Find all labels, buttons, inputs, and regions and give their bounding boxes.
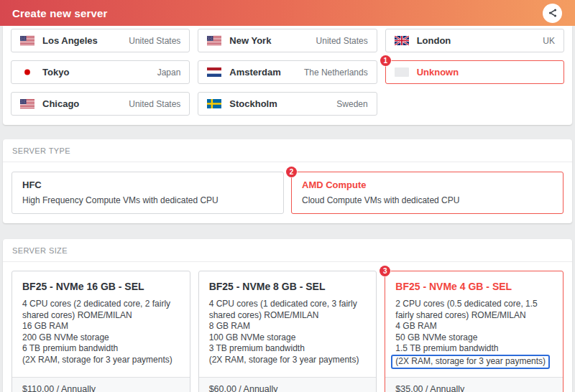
flag-jp-icon xyxy=(20,67,34,77)
location-card-chicago[interactable]: Chicago United States xyxy=(11,92,190,116)
page-header: Create new server xyxy=(0,0,575,26)
flag-uk-icon xyxy=(395,36,409,45)
location-country: UK xyxy=(543,36,555,46)
server-size-card-bf25-nvme-8-gb-sel[interactable]: BF25 - NVMe 8 GB - SEL 4 CPU cores (1 de… xyxy=(198,271,377,392)
location-country: Japan xyxy=(157,67,181,78)
selection-order-badge: 2 xyxy=(286,167,297,177)
spec-line: 8 GB RAM xyxy=(209,321,367,332)
highlighted-spec-annotation: (2X RAM, storage for 3 year payments) xyxy=(391,355,550,370)
locations-section: Los Angeles United States New York Unite… xyxy=(3,26,572,125)
spec-line: 4 CPU cores (1 dedicated core, 3 fairly … xyxy=(209,299,367,321)
location-city: Stockholm xyxy=(229,98,336,109)
spec-line: 4 CPU cores (2 dedicated core, 2 fairly … xyxy=(22,299,180,321)
server-size-name: BF25 - NVMe 4 GB - SEL xyxy=(395,281,553,292)
location-city: Unknown xyxy=(417,67,555,78)
location-card-los-angeles[interactable]: Los Angeles United States xyxy=(11,29,190,52)
server-size-price: $35.00 / Annually xyxy=(385,377,563,392)
location-city: Chicago xyxy=(42,98,129,109)
server-size-price: $60.00 / Annually xyxy=(199,377,377,392)
server-type-section: SERVER TYPE HFC High Frequency Compute V… xyxy=(3,139,572,223)
server-size-name: BF25 - NVMe 16 GB - SEL xyxy=(22,281,180,292)
server-size-specs: 4 CPU cores (1 dedicated core, 3 fairly … xyxy=(209,299,367,365)
server-size-card-bf25-nvme-4-gb-sel[interactable]: 3 BF25 - NVMe 4 GB - SEL 2 CPU cores (0.… xyxy=(385,271,564,392)
location-city: London xyxy=(417,35,543,46)
page-title: Create new server xyxy=(12,7,543,19)
selection-order-badge: 1 xyxy=(380,55,391,66)
spec-line: 100 GB NVMe storage xyxy=(209,332,367,344)
spec-line: (2X RAM, storage for 3 year payments) xyxy=(22,355,180,366)
share-button[interactable] xyxy=(543,4,562,23)
server-type-description: Cloud Compute VMs with dedicated CPU xyxy=(302,195,553,205)
location-city: Los Angeles xyxy=(42,35,129,46)
location-country: United States xyxy=(316,36,368,46)
server-type-grid: HFC High Frequency Compute VMs with dedi… xyxy=(3,162,572,214)
server-type-label: SERVER TYPE xyxy=(3,139,572,162)
spec-line: 6 TB premium bandwidth xyxy=(22,343,180,355)
server-type-card-hfc[interactable]: HFC High Frequency Compute VMs with dedi… xyxy=(12,172,284,214)
location-country: The Netherlands xyxy=(304,67,368,78)
server-size-grid: BF25 - NVMe 16 GB - SEL 4 CPU cores (2 d… xyxy=(3,262,572,392)
spec-line: 16 GB RAM xyxy=(22,321,180,332)
server-type-name: AMD Compute xyxy=(302,179,553,190)
server-size-card-bf25-nvme-16-gb-sel[interactable]: BF25 - NVMe 16 GB - SEL 4 CPU cores (2 d… xyxy=(12,271,190,392)
share-icon xyxy=(548,8,558,18)
location-city: Tokyo xyxy=(42,67,157,78)
location-country: United States xyxy=(129,36,180,46)
location-card-tokyo[interactable]: Tokyo Japan xyxy=(11,60,190,84)
spec-line: 2 CPU cores (0.5 dedicated core, 1.5 fai… xyxy=(395,299,553,321)
create-server-page: Create new server Los Angeles United Sta… xyxy=(0,0,575,392)
server-size-section: SERVER SIZE BF25 - NVMe 16 GB - SEL 4 CP… xyxy=(3,239,572,392)
spec-line: 1.5 TB premium bandwidth xyxy=(395,343,553,355)
spec-line: 50 GB NVMe storage xyxy=(395,332,553,344)
location-country: United States xyxy=(129,99,180,109)
spec-line: (2X RAM, storage for 3 year payments) xyxy=(209,355,367,366)
spec-line: 4 GB RAM xyxy=(395,321,553,332)
server-type-card-amd-compute[interactable]: 2 AMD Compute Cloud Compute VMs with ded… xyxy=(291,172,564,214)
flag-nl-icon xyxy=(207,67,221,77)
flag-us-icon xyxy=(207,36,221,45)
server-type-description: High Frequency Compute VMs with dedicate… xyxy=(22,195,273,205)
server-size-specs: 4 CPU cores (2 dedicated core, 2 fairly … xyxy=(22,299,180,365)
location-card-amsterdam[interactable]: Amsterdam The Netherlands xyxy=(198,60,377,84)
location-card-new-york[interactable]: New York United States xyxy=(198,29,377,52)
server-size-specs: 2 CPU cores (0.5 dedicated core, 1.5 fai… xyxy=(395,299,553,369)
location-card-london[interactable]: London UK xyxy=(385,29,564,52)
server-size-label: SERVER SIZE xyxy=(3,239,572,262)
server-type-name: HFC xyxy=(22,179,273,190)
flag-unknown-icon xyxy=(395,67,409,77)
location-city: New York xyxy=(229,35,316,46)
location-card-unknown[interactable]: 1 Unknown xyxy=(385,60,564,84)
location-country: Sweden xyxy=(336,99,367,109)
location-city: Amsterdam xyxy=(229,67,304,78)
spec-line: (2X RAM, storage for 3 year payments) xyxy=(395,355,553,370)
flag-us-icon xyxy=(20,99,34,108)
locations-grid: Los Angeles United States New York Unite… xyxy=(11,29,564,116)
server-size-price: $110.00 / Annually xyxy=(12,377,190,392)
flag-se-icon xyxy=(207,99,221,108)
location-card-stockholm[interactable]: Stockholm Sweden xyxy=(198,92,377,116)
spec-line: 3 TB premium bandwidth xyxy=(209,343,367,355)
server-size-name: BF25 - NVMe 8 GB - SEL xyxy=(209,281,367,292)
flag-us-icon xyxy=(20,36,34,45)
spec-line: 200 GB NVMe storage xyxy=(22,332,180,344)
